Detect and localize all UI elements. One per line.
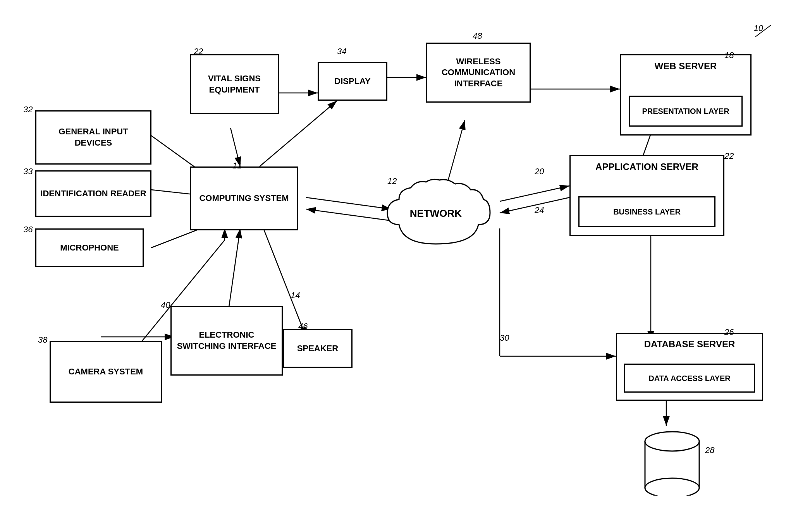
camera-system-box: CAMERA SYSTEM	[50, 341, 162, 403]
presentation-layer-label: PRESENTATION LAYER	[642, 106, 729, 116]
display-label: DISPLAY	[334, 76, 370, 87]
ref-22-label: 22	[194, 46, 203, 57]
electronic-switching-label: ELECTRONIC SWITCHING INTERFACE	[175, 329, 279, 352]
microphone-label: MICROPHONE	[60, 242, 119, 254]
architecture-diagram: 10 GENERAL INPUT DEVICES 32 VITAL SIGNS …	[0, 0, 798, 532]
business-layer-box: BUSINESS LAYER	[578, 196, 715, 227]
application-server-label: APPLICATION SERVER	[571, 161, 723, 173]
ref-36-label: 36	[23, 225, 33, 235]
business-layer-label: BUSINESS LAYER	[613, 207, 681, 217]
database-server-label: DATABASE SERVER	[617, 338, 762, 350]
general-input-devices-label: GENERAL INPUT DEVICES	[40, 126, 147, 148]
ref-40-label: 40	[161, 300, 170, 310]
ref-38-label: 38	[38, 335, 47, 345]
svg-line-8	[306, 197, 391, 209]
camera-system-label: CAMERA SYSTEM	[69, 366, 143, 378]
ref-28-label: 28	[705, 445, 714, 455]
svg-line-25	[755, 25, 771, 37]
svg-line-9	[306, 209, 391, 221]
electronic-switching-box: ELECTRONIC SWITCHING INTERFACE	[170, 306, 283, 376]
svg-point-28	[645, 432, 699, 451]
ref-32-label: 32	[23, 105, 33, 115]
wireless-comm-label: WIRELESS COMMUNICATION INTERFACE	[430, 56, 526, 89]
database-cylinder	[643, 426, 701, 496]
ref-12-label: 12	[387, 176, 397, 186]
ref-24-label: 24	[535, 205, 544, 215]
microphone-box: MICROPHONE	[35, 228, 144, 267]
application-server-outer-box: APPLICATION SERVER BUSINESS LAYER	[569, 155, 724, 236]
wireless-comm-box: WIRELESS COMMUNICATION INTERFACE	[426, 43, 531, 103]
identification-reader-box: IDENTIFICATION READER	[35, 170, 151, 217]
ref-22b-label: 22	[724, 151, 734, 161]
ref-18-label: 18	[724, 50, 734, 60]
svg-text:NETWORK: NETWORK	[410, 208, 462, 219]
display-box: DISPLAY	[318, 62, 387, 101]
ref-10-arrow	[752, 21, 775, 41]
svg-point-29	[645, 478, 699, 496]
vital-signs-label: VITAL SIGNS EQUIPMENT	[194, 73, 275, 95]
ref-46-label: 46	[298, 321, 308, 331]
data-access-layer-label: DATA ACCESS LAYER	[648, 373, 731, 383]
identification-reader-label: IDENTIFICATION READER	[40, 188, 146, 199]
web-server-outer-box: WEB SERVER PRESENTATION LAYER	[620, 54, 752, 136]
data-access-layer-box: DATA ACCESS LAYER	[624, 364, 755, 393]
presentation-layer-box: PRESENTATION LAYER	[629, 96, 743, 127]
computing-system-label: COMPUTING SYSTEM	[199, 193, 289, 204]
vital-signs-box: VITAL SIGNS EQUIPMENT	[190, 54, 279, 114]
speaker-label: SPEAKER	[297, 343, 338, 354]
ref-14-label: 14	[291, 290, 300, 300]
ref-20-label: 20	[535, 166, 544, 177]
database-server-outer-box: DATABASE SERVER DATA ACCESS LAYER	[616, 333, 763, 401]
ref-33-label: 33	[23, 166, 33, 177]
computing-system-box: COMPUTING SYSTEM	[190, 166, 298, 230]
ref-26-label: 26	[724, 327, 734, 337]
web-server-label: WEB SERVER	[621, 60, 750, 72]
ref-34-label: 34	[337, 46, 346, 57]
speaker-box: SPEAKER	[283, 329, 353, 368]
ref-48-label: 48	[473, 31, 482, 41]
ref-11-label: 11	[232, 161, 242, 171]
ref-30-label: 30	[500, 333, 509, 343]
general-input-devices-box: GENERAL INPUT DEVICES	[35, 110, 151, 165]
network-cloud: NETWORK	[380, 178, 492, 256]
svg-line-16	[500, 186, 569, 201]
